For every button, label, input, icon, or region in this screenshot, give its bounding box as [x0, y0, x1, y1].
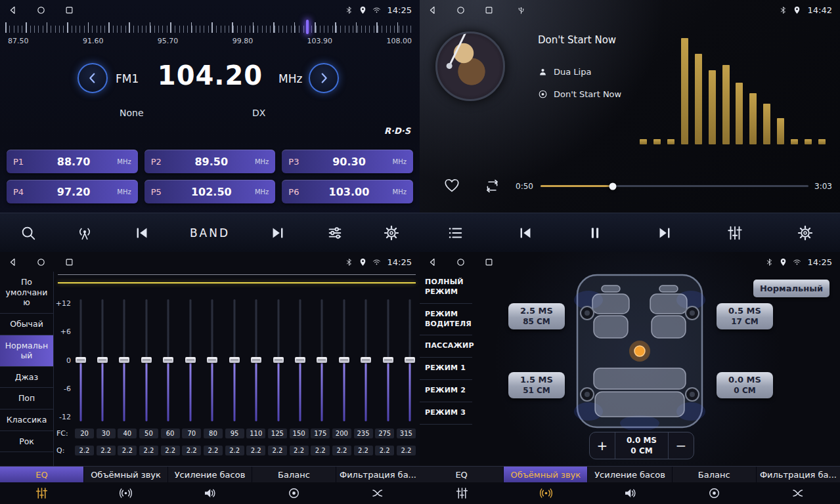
- tab-filter[interactable]: Фильтрация ба...: [336, 467, 420, 482]
- sound-mode-item[interactable]: ПОЛНЫЙ РЕЖИМ: [420, 272, 472, 304]
- band-button[interactable]: BAND: [190, 226, 230, 240]
- eq-band-slider[interactable]: [207, 299, 218, 421]
- eq-band-slider[interactable]: [295, 299, 306, 421]
- back-icon[interactable]: [8, 257, 18, 267]
- delay-button-front-left[interactable]: 2.5 MS85 CM: [508, 303, 565, 329]
- eq-band-slider[interactable]: [185, 299, 196, 421]
- eq-slider-handle[interactable]: [405, 357, 415, 363]
- eq-slider-handle[interactable]: [207, 357, 217, 363]
- eq-slider-handle[interactable]: [163, 357, 173, 363]
- preset-button-p4[interactable]: P497.20MHz: [7, 180, 138, 203]
- eq-slider-handle[interactable]: [273, 357, 284, 363]
- eq-slider-handle[interactable]: [339, 357, 349, 363]
- eq-preset-item[interactable]: Нормальный: [0, 335, 53, 367]
- broadcast-scan-icon[interactable]: [76, 224, 93, 242]
- eq-band-slider[interactable]: [317, 299, 328, 421]
- eq-slider-handle[interactable]: [229, 357, 240, 363]
- next-track-icon[interactable]: [656, 224, 673, 242]
- tab-surround[interactable]: Объёмный звук: [504, 467, 588, 482]
- eq-band-slider[interactable]: [75, 299, 86, 421]
- eq-band-slider[interactable]: [163, 299, 174, 421]
- surround-sound-icon[interactable]: [84, 486, 168, 500]
- eq-sliders-icon[interactable]: [0, 486, 84, 500]
- pause-icon[interactable]: [587, 225, 603, 241]
- frequency-scale[interactable]: 87.5091.6095.7099.80103.90108.00: [5, 22, 414, 54]
- preset-button-p5[interactable]: P5102.50MHz: [144, 180, 276, 203]
- sound-mode-item[interactable]: РЕЖИМ 2: [420, 380, 472, 402]
- eq-slider-handle[interactable]: [97, 357, 108, 363]
- increase-delay-button[interactable]: +: [590, 432, 615, 459]
- audio-settings-icon[interactable]: [326, 224, 343, 242]
- progress-slider[interactable]: [541, 185, 808, 187]
- eq-slider-handle[interactable]: [361, 357, 371, 363]
- previous-station-icon[interactable]: [133, 224, 150, 242]
- eq-band-slider[interactable]: [361, 299, 372, 421]
- eq-band-slider[interactable]: [382, 299, 393, 421]
- bass-boost-icon[interactable]: [168, 486, 252, 500]
- balance-icon[interactable]: [252, 486, 336, 500]
- tab-bass[interactable]: Усиление басов: [168, 467, 252, 482]
- home-icon[interactable]: [36, 257, 46, 267]
- eq-slider-handle[interactable]: [119, 357, 129, 363]
- preset-button-p1[interactable]: P188.70MHz: [7, 150, 138, 173]
- back-icon[interactable]: [428, 5, 437, 15]
- eq-band-slider[interactable]: [273, 299, 284, 421]
- tab-balance[interactable]: Баланс: [252, 467, 336, 482]
- eq-preset-item[interactable]: Классика: [0, 410, 53, 431]
- eq-slider-handle[interactable]: [251, 357, 261, 363]
- sound-mode-item[interactable]: РЕЖИМ ВОДИТЕЛЯ: [420, 304, 472, 336]
- back-icon[interactable]: [428, 257, 437, 267]
- recents-icon[interactable]: [64, 5, 74, 15]
- next-station-icon[interactable]: [269, 224, 286, 242]
- eq-band-slider[interactable]: [251, 299, 262, 421]
- delay-button-front-right[interactable]: 0.5 MS17 CM: [717, 303, 773, 329]
- home-icon[interactable]: [456, 257, 466, 267]
- surround-sound-icon[interactable]: [504, 486, 588, 500]
- eq-band-slider[interactable]: [338, 299, 349, 421]
- decrease-delay-button[interactable]: −: [669, 432, 694, 459]
- eq-preset-item[interactable]: По умолчанию: [0, 272, 53, 314]
- delay-button-rear-left[interactable]: 1.5 MS51 CM: [508, 372, 565, 398]
- recents-icon[interactable]: [484, 257, 494, 267]
- progress-knob[interactable]: [609, 182, 617, 190]
- sound-mode-item[interactable]: РЕЖИМ 3: [420, 402, 472, 425]
- eq-preset-item[interactable]: Поп: [0, 388, 53, 410]
- preset-button[interactable]: Нормальный: [753, 280, 829, 297]
- eq-preset-item[interactable]: Джаз: [0, 367, 53, 388]
- eq-preset-item[interactable]: Обычай: [0, 314, 53, 335]
- eq-band-slider[interactable]: [97, 299, 108, 421]
- equalizer-icon[interactable]: [726, 224, 743, 242]
- previous-track-icon[interactable]: [517, 224, 534, 242]
- eq-band-slider[interactable]: [405, 299, 416, 421]
- settings-gear-icon[interactable]: [383, 224, 400, 242]
- settings-gear-icon[interactable]: [797, 224, 814, 242]
- eq-slider-handle[interactable]: [317, 357, 327, 363]
- home-icon[interactable]: [456, 5, 466, 15]
- playlist-icon[interactable]: [447, 224, 464, 242]
- eq-band-slider[interactable]: [119, 299, 130, 421]
- balance-icon[interactable]: [672, 486, 756, 500]
- eq-preset-item[interactable]: Рок: [0, 431, 53, 453]
- sound-mode-item[interactable]: РЕЖИМ 1: [420, 358, 472, 380]
- tab-surround[interactable]: Объёмный звук: [84, 467, 168, 482]
- recents-icon[interactable]: [64, 257, 74, 267]
- filter-icon[interactable]: [336, 486, 420, 500]
- preset-button-p6[interactable]: P6103.00MHz: [282, 180, 413, 203]
- eq-slider-handle[interactable]: [295, 357, 305, 363]
- favorite-icon[interactable]: [443, 177, 460, 197]
- eq-band-slider[interactable]: [141, 299, 152, 421]
- tune-up-button[interactable]: [309, 63, 339, 93]
- bass-boost-icon[interactable]: [588, 486, 672, 500]
- tab-balance[interactable]: Баланс: [673, 467, 757, 482]
- search-icon[interactable]: [20, 224, 37, 242]
- sound-mode-item[interactable]: ПАССАЖИР: [420, 335, 472, 358]
- recents-icon[interactable]: [484, 5, 494, 15]
- home-icon[interactable]: [36, 5, 46, 15]
- eq-band-slider[interactable]: [229, 299, 240, 421]
- preset-button-p3[interactable]: P390.30MHz: [282, 150, 413, 173]
- filter-icon[interactable]: [756, 486, 840, 500]
- eq-slider-handle[interactable]: [141, 357, 152, 363]
- album-art[interactable]: [435, 32, 505, 101]
- tune-down-button[interactable]: [77, 63, 108, 93]
- tab-eq[interactable]: EQ: [420, 467, 504, 482]
